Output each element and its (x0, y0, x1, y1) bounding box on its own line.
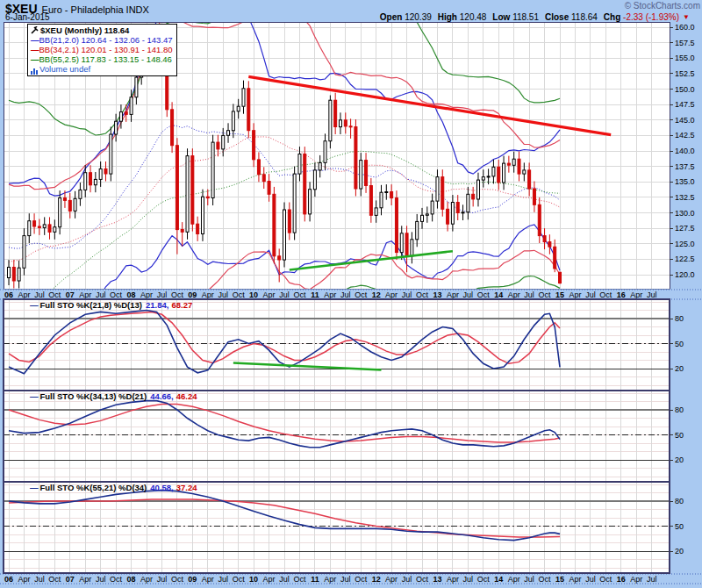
candlestick (349, 126, 352, 127)
close-value: 118.64 (571, 12, 598, 22)
candlestick (74, 198, 76, 211)
candlestick (503, 163, 505, 183)
candlestick (119, 112, 122, 122)
open-label: Open (380, 12, 403, 22)
x-axis-label: Oct (599, 290, 612, 299)
candlestick (12, 268, 15, 282)
x-axis-label: 13 (433, 290, 441, 299)
candlestick (528, 170, 531, 189)
x-axis-label: 07 (66, 290, 75, 299)
x-axis-label: 15 (555, 575, 564, 584)
x-axis-label: Apr (18, 290, 30, 299)
legend-bb34: —BB(34,2.1) 120.01 - 130.91 - 141.80 (31, 45, 173, 54)
y-axis-label: 122.5 (675, 255, 695, 263)
x-axis-label: Jul (218, 290, 228, 299)
x-axis-label: 06 (4, 290, 13, 299)
legend-volume: Volume undef (31, 64, 173, 74)
candlestick (339, 120, 341, 127)
candlestick (110, 134, 112, 174)
candlestick (273, 194, 276, 255)
x-axis-label: Oct (355, 290, 368, 299)
y-axis-label: 132.5 (675, 193, 695, 202)
candlestick (467, 194, 469, 212)
candlestick (253, 131, 255, 160)
candlestick (94, 179, 97, 184)
candlestick (482, 177, 484, 181)
ohlc-quote: Open 120.39High 120.48Low 118.51Close 11… (374, 12, 679, 22)
y-axis-label: 137.5 (675, 162, 695, 171)
candlestick (84, 173, 87, 190)
candlestick (247, 89, 250, 131)
x-axis-label: Apr (324, 575, 336, 584)
y-axis-label: 140.0 (675, 147, 695, 155)
chg-label: Chg (604, 12, 620, 22)
candlestick (206, 197, 209, 197)
x-axis-label: Jul (463, 290, 474, 299)
x-axis-label: Jul (647, 290, 657, 299)
candlestick (518, 159, 520, 174)
y-axis-label: 152.5 (675, 69, 695, 78)
candlestick (324, 141, 326, 163)
stoch2-d-value: 46.24 (176, 391, 197, 401)
x-axis-label: Jul (402, 575, 412, 584)
candlestick (211, 142, 214, 197)
stoch1-line-swatch-icon: — (30, 300, 39, 310)
candlestick (395, 198, 398, 253)
bb34-line-swatch-icon: — (31, 45, 39, 54)
x-axis-label: Jul (524, 575, 534, 584)
candlestick (411, 240, 413, 256)
candlestick (533, 189, 535, 204)
candlestick (217, 142, 219, 149)
stoch1-d-value: 68.27 (171, 300, 192, 310)
candlestick (416, 221, 419, 239)
candlestick (171, 110, 174, 146)
x-axis-label: 14 (494, 575, 503, 584)
y-axis-label: 157.5 (675, 39, 695, 47)
x-axis-label: 12 (372, 290, 381, 299)
candlestick (304, 154, 306, 214)
legend-title: $XEU (Monthly) 118.64 (40, 25, 129, 35)
x-axis-label: Apr (508, 290, 520, 299)
high-value: 120.48 (460, 12, 487, 22)
x-axis-label: Jul (585, 290, 596, 299)
x-axis-label: 09 (188, 575, 197, 584)
candlestick (360, 161, 362, 189)
y-axis-label: 120.0 (675, 270, 695, 279)
x-axis-label: 14 (494, 290, 503, 299)
stoch-axis-label: 20 (675, 364, 684, 373)
x-axis-label: Apr (263, 575, 276, 584)
stoch3-label: Full STO %K(55,21) %D(34) (40, 483, 147, 492)
stoch3-legend: —Full STO %K(55,21) %D(34)40.58,37.24 (30, 483, 197, 492)
candlestick (242, 89, 245, 106)
price-axis: 160.0157.5155.0152.5150.0147.5145.0142.5… (670, 23, 695, 279)
x-axis-label: Apr (630, 575, 642, 584)
x-axis-label: Jul (402, 290, 412, 299)
x-axis-label: Oct (599, 575, 612, 584)
low-label: Low (492, 12, 510, 22)
candlestick (447, 209, 449, 224)
x-axis-label: Oct (416, 290, 429, 299)
x-axis-label: Oct (171, 575, 184, 584)
x-axis-label: Jul (279, 290, 290, 299)
candlestick (456, 203, 459, 213)
candlestick (8, 268, 11, 278)
y-axis-label: 130.0 (675, 209, 695, 218)
candlestick (344, 120, 347, 126)
x-axis-label: Jul (157, 575, 168, 584)
x-axis-label: Apr (385, 575, 398, 584)
x-axis-label: Oct (233, 575, 246, 584)
candlestick (523, 170, 526, 174)
stoch-panel-3: 805020 (4, 482, 684, 573)
candlestick (59, 198, 61, 227)
x-axis-label: 16 (617, 290, 626, 299)
candlestick (222, 135, 225, 149)
x-axis-label: Apr (569, 290, 581, 299)
x-axis-label: Apr (202, 290, 214, 299)
chg-value: -2.33 (-1.93%) (623, 12, 679, 22)
candlestick (268, 182, 270, 195)
candlestick (548, 242, 551, 247)
x-axis-label: Oct (110, 575, 123, 584)
x-axis-label: Jul (463, 575, 474, 584)
candlestick (115, 121, 118, 134)
stoch-axis-label: 20 (675, 455, 684, 464)
